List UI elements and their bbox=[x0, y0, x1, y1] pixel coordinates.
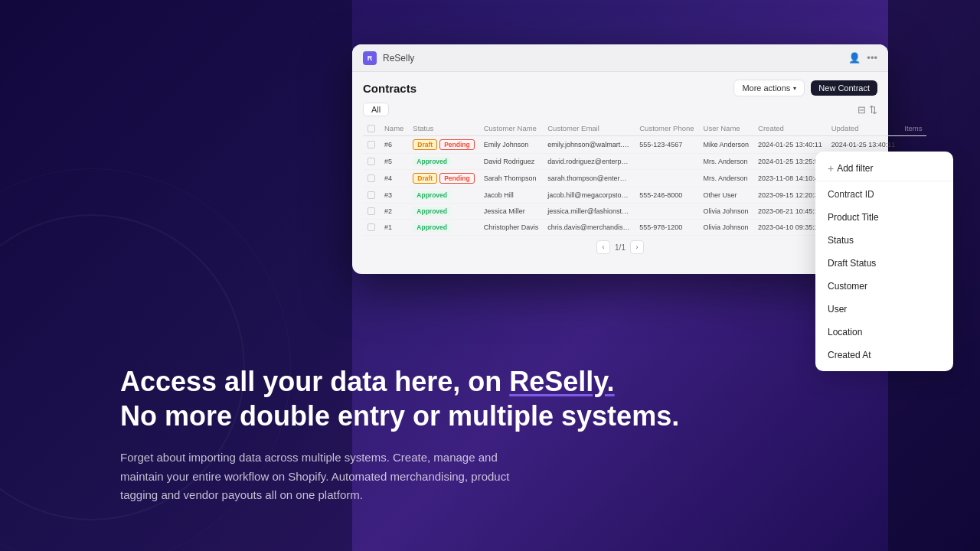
row-user-name: Olivia Johnson bbox=[699, 204, 754, 220]
pagination: ‹ 1/1 › bbox=[363, 236, 877, 257]
sort-icon[interactable]: ⇅ bbox=[869, 104, 877, 116]
headline-line1: Access all your data here, on ReSelly. bbox=[120, 364, 679, 399]
row-customer-name: Jessica Miller bbox=[479, 204, 544, 220]
more-icon[interactable]: ••• bbox=[867, 52, 877, 64]
app-window: R ReSelly 👤 ••• Contracts More actions ▾… bbox=[352, 44, 888, 274]
status-badge: Approved bbox=[413, 191, 451, 200]
page-indicator: 1/1 bbox=[615, 243, 626, 252]
status-badge: Approved bbox=[413, 157, 451, 166]
status-badge: Approved bbox=[413, 207, 451, 216]
add-filter-label: Add filter bbox=[837, 163, 873, 174]
status-badge: Approved bbox=[413, 223, 451, 232]
row-customer-email: emily.johnson@walmart.com bbox=[543, 136, 635, 154]
tab-all[interactable]: All bbox=[363, 103, 389, 116]
row-created: 2024-01-25 13:40:11 bbox=[753, 136, 827, 154]
col-header-user-name: User Name bbox=[699, 121, 754, 136]
filter-icon[interactable]: ⊟ bbox=[858, 104, 866, 116]
titlebar-actions: 👤 ••• bbox=[848, 52, 877, 64]
chevron-down-icon: ▾ bbox=[793, 85, 796, 92]
col-header-customer-name: Customer Name bbox=[479, 121, 544, 136]
filter-option-product-title[interactable]: Product Title bbox=[815, 206, 953, 229]
row-customer-email: david.rodriguez@enterprise.net bbox=[543, 154, 635, 170]
window-titlebar: R ReSelly 👤 ••• bbox=[352, 44, 888, 72]
more-actions-button[interactable]: More actions ▾ bbox=[733, 80, 805, 96]
row-user-name: Mrs. Anderson bbox=[699, 154, 754, 170]
row-checkbox[interactable] bbox=[363, 170, 380, 187]
filter-option-draft-status[interactable]: Draft Status bbox=[815, 252, 953, 275]
headline-line2: No more double entry or multiple systems… bbox=[120, 399, 679, 433]
row-id: #5 bbox=[380, 154, 408, 170]
row-customer-email: jessica.miller@fashionstore.com bbox=[543, 204, 635, 220]
row-id: #3 bbox=[380, 187, 408, 204]
row-customer-name: David Rodriguez bbox=[479, 154, 544, 170]
col-header-customer-email: Customer Email bbox=[543, 121, 635, 136]
row-status: Approved bbox=[408, 154, 479, 170]
more-actions-label: More actions bbox=[742, 83, 790, 93]
row-user-name: Mike Anderson bbox=[699, 136, 754, 154]
row-customer-phone bbox=[635, 170, 698, 187]
row-user-name: Mrs. Anderson bbox=[699, 170, 754, 187]
plus-icon: + bbox=[828, 162, 834, 174]
row-checkbox[interactable] bbox=[363, 220, 380, 236]
row-status: Approved bbox=[408, 187, 479, 204]
row-customer-phone bbox=[635, 204, 698, 220]
row-status: DraftPending bbox=[408, 170, 479, 187]
new-contract-button[interactable]: New Contract bbox=[811, 80, 877, 96]
filter-option-user[interactable]: User bbox=[815, 298, 953, 321]
next-page-button[interactable]: › bbox=[630, 240, 644, 254]
row-customer-phone: 555-246-8000 bbox=[635, 187, 698, 204]
filter-option-location[interactable]: Location bbox=[815, 321, 953, 344]
row-customer-name: Christopher Davis bbox=[479, 220, 544, 236]
row-checkbox[interactable] bbox=[363, 204, 380, 220]
page-title: Contracts bbox=[363, 82, 416, 95]
filter-option-status[interactable]: Status bbox=[815, 229, 953, 252]
col-header-name: Name bbox=[380, 121, 408, 136]
row-user-name: Other User bbox=[699, 187, 754, 204]
tabs-row: All ⊟ ⇅ bbox=[363, 103, 877, 116]
headline: Access all your data here, on ReSelly. N… bbox=[120, 364, 679, 433]
headline-text1: Access all your data here, on bbox=[120, 366, 509, 397]
row-customer-email: jacob.hill@megacorpstore.com bbox=[543, 187, 635, 204]
row-id: #4 bbox=[380, 170, 408, 187]
tab-icons: ⊟ ⇅ bbox=[858, 104, 877, 116]
row-customer-phone bbox=[635, 154, 698, 170]
row-status: DraftPending bbox=[408, 136, 479, 154]
col-header-created: Created bbox=[753, 121, 827, 136]
page-header: Contracts More actions ▾ New Contract bbox=[363, 80, 877, 96]
col-header-updated: Updated bbox=[827, 121, 900, 136]
row-customer-email: sarah.thompson@enterprise.org bbox=[543, 170, 635, 187]
row-status: Approved bbox=[408, 220, 479, 236]
table-header-row: Name Status Customer Name Customer Email… bbox=[363, 121, 926, 136]
status-badge: Draft bbox=[413, 173, 437, 184]
filter-option-customer[interactable]: Customer bbox=[815, 275, 953, 298]
window-body: Contracts More actions ▾ New Contract Al… bbox=[352, 72, 888, 265]
row-checkbox[interactable] bbox=[363, 154, 380, 170]
status-badge: Pending bbox=[439, 139, 475, 150]
add-filter-option[interactable]: + Add filter bbox=[815, 156, 953, 181]
row-customer-email: chris.davis@merchandisestore.net bbox=[543, 220, 635, 236]
row-customer-phone: 555-123-4567 bbox=[635, 136, 698, 154]
row-customer-phone: 555-978-1200 bbox=[635, 220, 698, 236]
subtext: Forget about importing data across multi… bbox=[120, 448, 526, 505]
app-icon: R bbox=[363, 51, 377, 65]
col-header-items: Items bbox=[900, 121, 926, 136]
row-customer-name: Jacob Hill bbox=[479, 187, 544, 204]
col-header-status: Status bbox=[408, 121, 479, 136]
row-user-name: Olivia Johnson bbox=[699, 220, 754, 236]
filter-option-created-at[interactable]: Created At bbox=[815, 344, 953, 367]
row-id: #1 bbox=[380, 220, 408, 236]
bottom-section: Access all your data here, on ReSelly. N… bbox=[120, 364, 679, 505]
row-checkbox[interactable] bbox=[363, 187, 380, 204]
row-id: #2 bbox=[380, 204, 408, 220]
header-checkbox[interactable] bbox=[363, 121, 380, 136]
app-title: ReSelly bbox=[383, 53, 842, 64]
row-id: #6 bbox=[380, 136, 408, 154]
filter-dropdown: + Add filter Contract IDProduct TitleSta… bbox=[815, 152, 953, 371]
row-customer-name: Emily Johnson bbox=[479, 136, 544, 154]
user-icon[interactable]: 👤 bbox=[848, 52, 861, 64]
status-badge: Draft bbox=[413, 139, 437, 150]
row-checkbox[interactable] bbox=[363, 136, 380, 154]
prev-page-button[interactable]: ‹ bbox=[596, 240, 610, 254]
status-badge: Pending bbox=[439, 173, 475, 184]
filter-option-contract-id[interactable]: Contract ID bbox=[815, 183, 953, 206]
